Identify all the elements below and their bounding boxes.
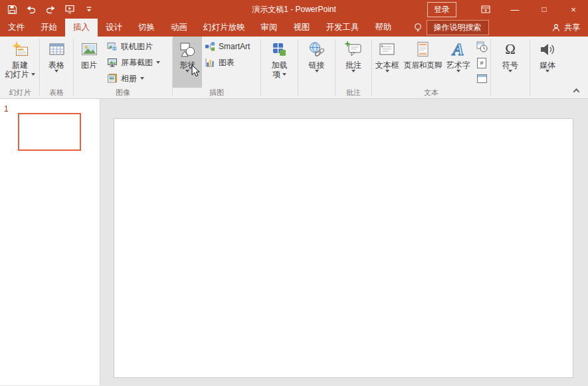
collapse-ribbon-button[interactable] <box>570 86 582 95</box>
slide-number-button[interactable]: # <box>475 56 488 69</box>
group-label-images: 图像 <box>74 88 172 98</box>
smartart-button[interactable]: SmartArt <box>202 40 252 53</box>
redo-button[interactable] <box>45 4 56 15</box>
chevron-up-icon <box>573 88 579 94</box>
slide-number-label: 1 <box>4 104 9 114</box>
slide-number-icon: # <box>477 58 486 68</box>
media-button[interactable]: 媒体 <box>530 37 565 88</box>
link-button[interactable]: 链接 <box>298 37 335 88</box>
tab-transitions[interactable]: 切换 <box>130 19 163 37</box>
tab-design[interactable]: 设计 <box>98 19 130 37</box>
close-button[interactable]: × <box>559 0 588 19</box>
save-icon <box>7 5 17 15</box>
tell-me-search[interactable]: 操作说明搜索 <box>413 19 489 37</box>
group-addins: 加载 项 <box>261 37 298 98</box>
share-label: 共享 <box>564 22 580 33</box>
editing-area <box>100 99 588 385</box>
header-footer-button[interactable]: 页眉和页脚 <box>402 37 443 88</box>
textbox-icon <box>378 41 396 58</box>
slide-canvas[interactable] <box>114 118 573 378</box>
tab-review[interactable]: 审阅 <box>253 19 286 37</box>
tab-slide-show[interactable]: 幻灯片放映 <box>195 19 253 37</box>
chart-button[interactable]: 图表 <box>202 56 252 69</box>
header-footer-label: 页眉和页脚 <box>404 60 442 70</box>
chevron-down-icon <box>84 5 94 14</box>
wordart-label: 艺术字 <box>446 60 470 70</box>
smartart-icon <box>205 41 215 52</box>
qat-customize-button[interactable] <box>84 4 94 15</box>
wordart-button[interactable]: A 艺术字 <box>443 37 473 88</box>
login-button[interactable]: 登录 <box>427 2 456 17</box>
dropdown-arrow-icon <box>545 70 549 72</box>
chart-icon <box>205 57 215 68</box>
screenshot-icon <box>107 57 118 68</box>
slide-thumbnail[interactable] <box>18 113 81 151</box>
undo-icon <box>26 4 37 15</box>
screenshot-button[interactable]: 屏幕截图 <box>104 56 163 69</box>
table-button[interactable]: 表格 <box>40 37 73 88</box>
minimize-button[interactable]: — <box>500 0 530 19</box>
textbox-label: 文本框 <box>375 60 399 70</box>
online-pictures-icon <box>107 41 118 52</box>
symbol-button[interactable]: Ω 符号 <box>491 37 530 88</box>
start-slideshow-button[interactable] <box>64 4 75 15</box>
group-comments: 批注 批注 <box>336 37 371 98</box>
date-time-button[interactable] <box>475 41 488 53</box>
group-label-links <box>298 88 335 98</box>
table-label: 表格 <box>49 60 64 70</box>
tab-animations[interactable]: 动画 <box>163 19 195 37</box>
group-media: 媒体 <box>530 37 565 98</box>
group-slides: 新建 幻灯片 幻灯片 <box>1 37 39 98</box>
comment-icon <box>345 41 363 58</box>
lightbulb-icon <box>413 23 423 33</box>
tab-view[interactable]: 视图 <box>286 19 318 37</box>
undo-button[interactable] <box>26 4 37 15</box>
table-icon <box>48 41 66 58</box>
tab-home[interactable]: 开始 <box>33 19 65 37</box>
group-label-text: 文本 <box>372 88 490 98</box>
online-pictures-button[interactable]: 联机图片 <box>104 40 163 53</box>
smartart-label: SmartArt <box>219 42 250 51</box>
object-button[interactable] <box>475 72 488 85</box>
tab-file[interactable]: 文件 <box>0 19 33 37</box>
titlebar: 演示文稿1 - PowerPoint 登录 — □ × <box>0 0 588 19</box>
ribbon: 新建 幻灯片 幻灯片 表格 表格 图片 <box>0 37 588 99</box>
new-slide-label-2: 幻灯片 <box>5 70 29 79</box>
save-button[interactable] <box>7 4 17 15</box>
share-button[interactable]: 共享 <box>543 19 588 37</box>
photo-album-button[interactable]: 相册 <box>104 72 163 85</box>
media-icon <box>539 41 557 58</box>
picture-label: 图片 <box>81 60 97 70</box>
shapes-label: 形状 <box>179 60 195 70</box>
link-icon <box>308 41 326 58</box>
tab-help[interactable]: 帮助 <box>367 19 400 37</box>
person-icon <box>551 23 561 33</box>
dropdown-arrow-icon <box>185 70 189 72</box>
ribbon-display-options-button[interactable] <box>471 0 500 19</box>
object-icon <box>477 74 487 83</box>
tab-insert[interactable]: 插入 <box>65 19 98 37</box>
redo-icon <box>45 4 56 15</box>
tab-developer[interactable]: 开发工具 <box>318 19 367 37</box>
quick-access-toolbar <box>0 4 94 15</box>
addins-label-2: 项 <box>272 70 280 79</box>
group-images: 图片 联机图片 屏幕截图 相册 图像 <box>74 37 172 98</box>
group-label-media <box>530 88 565 98</box>
slide-thumbnail-panel[interactable]: 1 <box>0 99 100 385</box>
group-text: 文本框 页眉和页脚 A 艺术字 # <box>372 37 490 98</box>
comment-button[interactable]: 批注 <box>336 37 371 88</box>
picture-button[interactable]: 图片 <box>74 37 104 88</box>
slideshow-icon <box>64 4 75 15</box>
header-footer-icon <box>414 41 432 58</box>
textbox-button[interactable]: 文本框 <box>372 37 402 88</box>
addins-button[interactable]: 加载 项 <box>261 37 298 88</box>
ribbon-options-icon <box>480 4 491 15</box>
symbol-label: 符号 <box>502 60 518 70</box>
maximize-button[interactable]: □ <box>530 0 559 19</box>
photo-album-label: 相册 <box>121 73 137 84</box>
dropdown-arrow-icon <box>54 70 58 72</box>
chart-label: 图表 <box>219 57 235 68</box>
shapes-button[interactable]: 形状 <box>173 37 202 88</box>
online-pictures-label: 联机图片 <box>121 41 153 52</box>
new-slide-button[interactable]: 新建 幻灯片 <box>1 37 39 88</box>
